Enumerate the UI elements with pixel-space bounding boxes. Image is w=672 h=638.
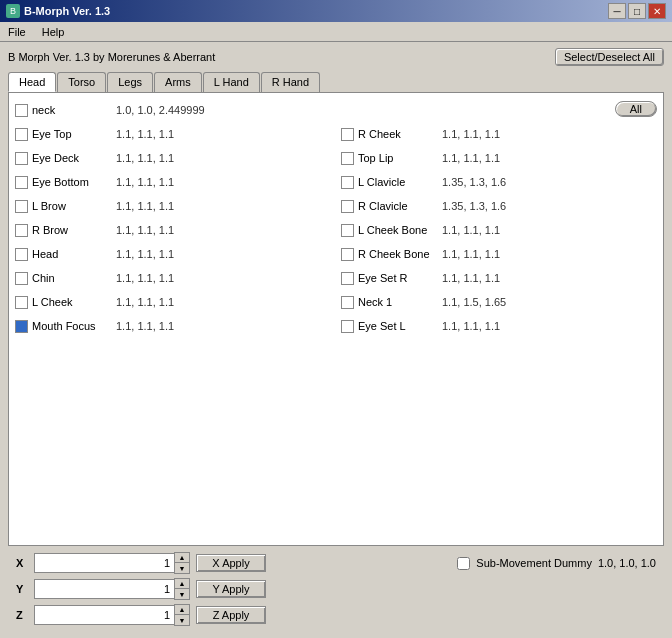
- y-apply-button[interactable]: Y Apply: [196, 580, 266, 598]
- morph-values-l-brow: 1.1, 1.1, 1.1: [116, 200, 174, 212]
- tab-rhand[interactable]: R Hand: [261, 72, 320, 92]
- morph-label-mouth-focus: Mouth Focus: [32, 320, 112, 332]
- morph-label-head: Head: [32, 248, 112, 260]
- window-title: B-Morph Ver. 1.3: [24, 5, 110, 17]
- morph-checkbox-r-neck-1[interactable]: [341, 296, 354, 309]
- xyz-controls: X ▲ ▼ X Apply Sub-Movement Dummy 1.0, 1.…: [8, 546, 664, 632]
- morph-row-right-0: R Cheek1.1, 1.1, 1.1: [341, 123, 657, 145]
- morph-values-eye-deck: 1.1, 1.1, 1.1: [116, 152, 174, 164]
- menu-file[interactable]: File: [4, 26, 30, 38]
- tab-head[interactable]: Head: [8, 72, 56, 92]
- morph-checkbox-chin[interactable]: [15, 272, 28, 285]
- all-button[interactable]: All: [615, 101, 657, 117]
- morph-row-right-5: R Cheek Bone1.1, 1.1, 1.1: [341, 243, 657, 265]
- close-button[interactable]: ✕: [648, 3, 666, 19]
- app-icon: B: [6, 4, 20, 18]
- x-apply-button[interactable]: X Apply: [196, 554, 266, 572]
- morph-checkbox-mouth-focus[interactable]: [15, 320, 28, 333]
- morph-label-l-cheek: L Cheek: [32, 296, 112, 308]
- main-panel: neck1.0, 1.0, 2.449999Eye Top1.1, 1.1, 1…: [8, 92, 664, 546]
- sub-movement-checkbox[interactable]: [457, 557, 470, 570]
- morph-label-r-brow: R Brow: [32, 224, 112, 236]
- select-deselect-all-button[interactable]: Select/Deselect All: [555, 48, 664, 66]
- tab-torso[interactable]: Torso: [57, 72, 106, 92]
- sub-movement-label: Sub-Movement Dummy: [476, 557, 592, 569]
- morph-checkbox-r-brow[interactable]: [15, 224, 28, 237]
- morph-checkbox-eye-bottom[interactable]: [15, 176, 28, 189]
- minimize-button[interactable]: ─: [608, 3, 626, 19]
- app-container: B Morph Ver. 1.3 by Morerunes & Aberrant…: [0, 42, 672, 638]
- morph-label-r-l-clavicle: L Clavicle: [358, 176, 438, 188]
- z-spin-up[interactable]: ▲: [175, 605, 189, 615]
- morph-checkbox-l-cheek[interactable]: [15, 296, 28, 309]
- morph-row-left-4: L Brow1.1, 1.1, 1.1: [15, 195, 331, 217]
- y-spin-down[interactable]: ▼: [175, 589, 189, 599]
- morph-checkbox-r-r-clavicle[interactable]: [341, 200, 354, 213]
- morph-checkbox-r-eye-set-l[interactable]: [341, 320, 354, 333]
- morph-row-right-4: L Cheek Bone1.1, 1.1, 1.1: [341, 219, 657, 241]
- morph-label-r-r-cheek: R Cheek: [358, 128, 438, 140]
- morph-checkbox-r-l-cheek-bone[interactable]: [341, 224, 354, 237]
- morph-values-neck: 1.0, 1.0, 2.449999: [116, 104, 205, 116]
- y-label: Y: [16, 583, 28, 595]
- x-spin-down[interactable]: ▼: [175, 563, 189, 573]
- morph-values-r-brow: 1.1, 1.1, 1.1: [116, 224, 174, 236]
- morph-checkbox-head[interactable]: [15, 248, 28, 261]
- tab-lhand[interactable]: L Hand: [203, 72, 260, 92]
- z-input-wrap: ▲ ▼: [34, 604, 190, 626]
- morph-values-chin: 1.1, 1.1, 1.1: [116, 272, 174, 284]
- tab-arms[interactable]: Arms: [154, 72, 202, 92]
- morph-list: neck1.0, 1.0, 2.449999Eye Top1.1, 1.1, 1…: [15, 99, 657, 539]
- tab-legs[interactable]: Legs: [107, 72, 153, 92]
- x-spin-up[interactable]: ▲: [175, 553, 189, 563]
- morph-row-left-7: Chin1.1, 1.1, 1.1: [15, 267, 331, 289]
- z-apply-button[interactable]: Z Apply: [196, 606, 266, 624]
- morph-label-l-brow: L Brow: [32, 200, 112, 212]
- morph-checkbox-r-r-cheek-bone[interactable]: [341, 248, 354, 261]
- z-spin-down[interactable]: ▼: [175, 615, 189, 625]
- morph-row-left-6: Head1.1, 1.1, 1.1: [15, 243, 331, 265]
- menu-help[interactable]: Help: [38, 26, 69, 38]
- sub-movement-values: 1.0, 1.0, 1.0: [598, 557, 656, 569]
- morph-checkbox-eye-deck[interactable]: [15, 152, 28, 165]
- morph-label-chin: Chin: [32, 272, 112, 284]
- morph-checkbox-r-l-clavicle[interactable]: [341, 176, 354, 189]
- window-controls: ─ □ ✕: [608, 3, 666, 19]
- x-input[interactable]: [34, 553, 174, 573]
- morph-row-right-1: Top Lip1.1, 1.1, 1.1: [341, 147, 657, 169]
- y-row: Y ▲ ▼ Y Apply: [16, 578, 656, 600]
- z-input[interactable]: [34, 605, 174, 625]
- morph-values-r-eye-set-r: 1.1, 1.1, 1.1: [442, 272, 500, 284]
- morph-checkbox-l-brow[interactable]: [15, 200, 28, 213]
- maximize-button[interactable]: □: [628, 3, 646, 19]
- morph-values-l-cheek: 1.1, 1.1, 1.1: [116, 296, 174, 308]
- morph-values-r-top-lip: 1.1, 1.1, 1.1: [442, 152, 500, 164]
- morph-checkbox-r-eye-set-r[interactable]: [341, 272, 354, 285]
- morph-label-neck: neck: [32, 104, 112, 116]
- morph-label-eye-bottom: Eye Bottom: [32, 176, 112, 188]
- morph-checkbox-eye-top[interactable]: [15, 128, 28, 141]
- morph-label-r-r-cheek-bone: R Cheek Bone: [358, 248, 438, 260]
- morph-row-left-3: Eye Bottom1.1, 1.1, 1.1: [15, 171, 331, 193]
- version-text: B Morph Ver. 1.3 by Morerunes & Aberrant: [8, 51, 215, 63]
- x-label: X: [16, 557, 28, 569]
- morph-values-r-neck-1: 1.1, 1.5, 1.65: [442, 296, 506, 308]
- morph-checkbox-r-top-lip[interactable]: [341, 152, 354, 165]
- morph-label-eye-top: Eye Top: [32, 128, 112, 140]
- sub-movement-status: Sub-Movement Dummy 1.0, 1.0, 1.0: [457, 557, 656, 570]
- morph-row-left-1: Eye Top1.1, 1.1, 1.1: [15, 123, 331, 145]
- y-input[interactable]: [34, 579, 174, 599]
- x-input-wrap: ▲ ▼: [34, 552, 190, 574]
- z-spinner: ▲ ▼: [174, 604, 190, 626]
- morph-checkbox-neck[interactable]: [15, 104, 28, 117]
- morph-row-left-5: R Brow1.1, 1.1, 1.1: [15, 219, 331, 241]
- menu-bar: File Help: [0, 22, 672, 42]
- title-bar: B B-Morph Ver. 1.3 ─ □ ✕: [0, 0, 672, 22]
- y-input-wrap: ▲ ▼: [34, 578, 190, 600]
- morph-label-r-neck-1: Neck 1: [358, 296, 438, 308]
- morph-label-r-r-clavicle: R Clavicle: [358, 200, 438, 212]
- y-spin-up[interactable]: ▲: [175, 579, 189, 589]
- right-column: All R Cheek1.1, 1.1, 1.1Top Lip1.1, 1.1,…: [331, 99, 657, 539]
- morph-values-r-eye-set-l: 1.1, 1.1, 1.1: [442, 320, 500, 332]
- morph-checkbox-r-r-cheek[interactable]: [341, 128, 354, 141]
